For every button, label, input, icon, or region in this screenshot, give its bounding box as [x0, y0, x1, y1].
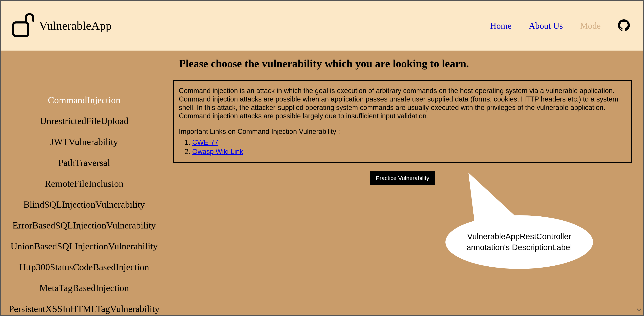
app-title: VulnerableApp: [39, 19, 112, 32]
link-item: CWE-77: [192, 138, 626, 147]
sidebar-item-persistentxss[interactable]: PersistentXSSInHTMLTagVulnerability: [9, 303, 160, 314]
content-area: Please choose the vulnerability which yo…: [168, 50, 643, 315]
svg-rect-0: [13, 22, 28, 36]
nav-about[interactable]: About Us: [529, 21, 563, 31]
scrollbar-down-icon[interactable]: [636, 306, 642, 314]
main-content: CommandInjection UnrestrictedFileUpload …: [1, 50, 643, 315]
header-nav: Home About Us Mode: [490, 19, 630, 32]
link-owasp[interactable]: Owasp Wiki Link: [192, 148, 243, 156]
header-left: VulnerableApp: [11, 12, 112, 39]
nav-mode[interactable]: Mode: [580, 21, 601, 31]
practice-vulnerability-button[interactable]: Practice Vulnerability: [370, 171, 434, 185]
sidebar: CommandInjection UnrestrictedFileUpload …: [1, 50, 168, 315]
callout-bubble: VulnerableAppRestController annotation's…: [446, 215, 593, 269]
annotation-callout: VulnerableAppRestController annotation's…: [446, 173, 593, 269]
description-box: Command injection is an attack in which …: [173, 80, 632, 163]
links-list: CWE-77 Owasp Wiki Link: [192, 138, 626, 156]
links-heading: Important Links on Command Injection Vul…: [179, 128, 626, 136]
sidebar-item-pathtraversal[interactable]: PathTraversal: [58, 157, 110, 168]
sidebar-item-errorbasedsqlinjection[interactable]: ErrorBasedSQLInjectionVulnerability: [12, 220, 156, 231]
link-cwe77[interactable]: CWE-77: [192, 138, 218, 146]
content-title: Please choose the vulnerability which yo…: [179, 57, 632, 70]
sidebar-item-unionbasedsqlinjection[interactable]: UnionBasedSQLInjectionVulnerability: [10, 241, 158, 252]
sidebar-item-remotefileinclusion[interactable]: RemoteFileInclusion: [45, 178, 124, 189]
sidebar-item-commandinjection[interactable]: CommandInjection: [48, 95, 120, 105]
sidebar-item-unrestrictedfileupload[interactable]: UnrestrictedFileUpload: [40, 115, 128, 126]
sidebar-item-blindsqlinjection[interactable]: BlindSQLInjectionVulnerability: [24, 199, 145, 210]
callout-text: VulnerableAppRestController annotation's…: [457, 231, 582, 253]
github-icon[interactable]: [618, 19, 630, 32]
description-text: Command injection is an attack in which …: [179, 87, 626, 120]
app-header: VulnerableApp Home About Us Mode: [1, 1, 643, 50]
unlock-icon: [11, 12, 34, 39]
sidebar-item-metataginjection[interactable]: MetaTagBasedInjection: [39, 283, 129, 294]
sidebar-item-http300injection[interactable]: Http300StatusCodeBasedInjection: [19, 262, 149, 273]
link-item: Owasp Wiki Link: [192, 147, 626, 156]
sidebar-item-jwtvulnerability[interactable]: JWTVulnerability: [50, 136, 118, 147]
nav-home[interactable]: Home: [490, 21, 512, 31]
